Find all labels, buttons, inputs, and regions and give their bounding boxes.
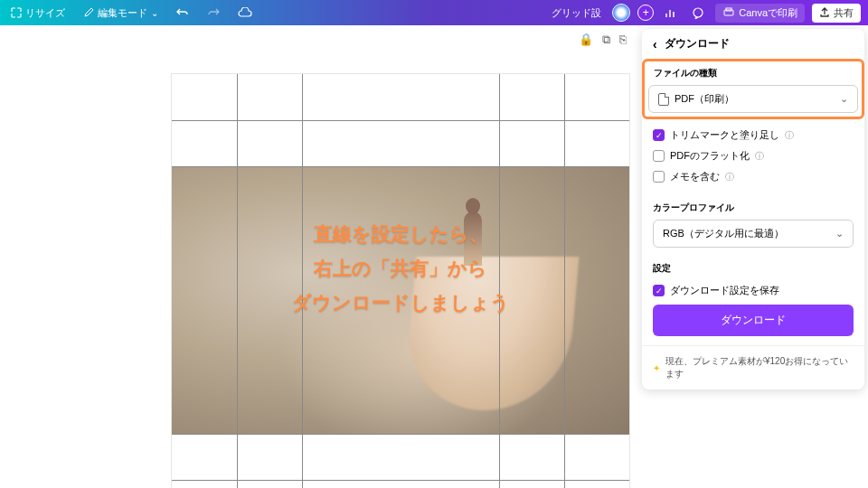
print-button[interactable]: Canvaで印刷 — [715, 4, 805, 23]
undo-button[interactable] — [173, 5, 193, 21]
info-icon[interactable]: ⓘ — [755, 150, 764, 163]
top-toolbar: リサイズ 編集モード グリッド設 + Canvaで印刷 — [0, 0, 868, 25]
overlay-text-3: ダウンロードしましょう — [292, 287, 510, 318]
grid-line — [499, 74, 500, 488]
redo-icon — [207, 6, 220, 19]
file-type-value: PDF（印刷） — [675, 92, 734, 106]
document-icon — [658, 93, 669, 106]
file-type-select[interactable]: PDF（印刷） ⌄ — [648, 85, 858, 113]
color-profile-label: カラープロファイル — [653, 202, 854, 214]
trim-marks-label: トリムマークと塗り足し — [670, 128, 779, 142]
premium-note: ✦ 現在、プレミアム素材が¥120お得になっています — [642, 345, 864, 389]
checkbox-icon — [653, 150, 665, 162]
color-profile-section: カラープロファイル RGB（デジタル用に最適） ⌄ — [642, 196, 864, 257]
comment-icon — [692, 6, 704, 19]
chevron-down-icon: ⌄ — [835, 228, 844, 239]
info-icon[interactable]: ⓘ — [725, 171, 734, 183]
checkbox-icon — [653, 171, 665, 183]
premium-note-text: 現在、プレミアム素材が¥120お得になっています — [665, 355, 854, 380]
overlay-text-2: 右上の「共有」から — [314, 253, 487, 284]
avatar[interactable] — [612, 4, 630, 22]
share-label: 共有 — [834, 6, 854, 20]
chart-icon — [665, 6, 677, 19]
panel-header: ‹ ダウンロード — [642, 29, 864, 59]
grid-line — [237, 74, 238, 488]
grid-line — [302, 74, 303, 488]
trim-marks-row[interactable]: ✓ トリムマークと塗り足し ⓘ — [653, 125, 854, 145]
resize-label: リサイズ — [25, 6, 65, 20]
canvas-tools: 🔒 ⧉ ⎘ — [579, 33, 627, 47]
include-notes-row[interactable]: メモを含む ⓘ — [653, 166, 854, 187]
download-button[interactable]: ダウンロード — [653, 305, 854, 336]
pencil-icon — [83, 7, 94, 18]
chevron-down-icon — [151, 7, 158, 18]
flatten-pdf-label: PDFのフラット化 — [670, 149, 750, 163]
comment-button[interactable] — [688, 5, 708, 21]
file-type-label: ファイルの種類 — [648, 65, 858, 80]
info-icon[interactable]: ⓘ — [785, 129, 794, 142]
resize-button[interactable]: リサイズ — [7, 5, 69, 22]
checkbox-checked-icon: ✓ — [653, 129, 665, 141]
print-icon — [722, 7, 735, 18]
cloud-icon — [238, 7, 252, 18]
back-button[interactable]: ‹ — [653, 37, 657, 52]
grid-button[interactable]: グリッド設 — [548, 5, 605, 22]
flatten-pdf-row[interactable]: PDFのフラット化 ⓘ — [653, 145, 854, 166]
color-profile-value: RGB（デジタル用に最適） — [663, 227, 784, 240]
download-panel: ‹ ダウンロード ファイルの種類 PDF（印刷） ⌄ ✓ トリムマークと塗り足し… — [642, 29, 864, 389]
panel-title: ダウンロード — [665, 36, 730, 52]
cloud-button[interactable] — [234, 5, 256, 20]
print-label: Canvaで印刷 — [739, 6, 797, 20]
add-button[interactable]: + — [637, 5, 654, 21]
lock-icon[interactable]: 🔒 — [579, 33, 593, 47]
duplicate-icon[interactable]: ⎘ — [619, 33, 627, 47]
chevron-down-icon: ⌄ — [840, 93, 848, 105]
grid-line — [564, 74, 565, 488]
settings-label: 設定 — [653, 262, 854, 275]
options-section: ✓ トリムマークと塗り足し ⓘ PDFのフラット化 ⓘ メモを含む ⓘ — [642, 119, 864, 196]
edit-mode-label: 編集モード — [98, 6, 147, 20]
edit-mode-button[interactable]: 編集モード — [80, 5, 162, 22]
settings-section: 設定 ✓ ダウンロード設定を保存 ダウンロード — [642, 257, 864, 345]
analytics-button[interactable] — [661, 5, 681, 21]
grid-line — [172, 480, 629, 481]
grid-line — [172, 120, 629, 121]
grid-label: グリッド設 — [552, 6, 601, 20]
share-icon — [819, 7, 830, 18]
artboard[interactable]: 直線を設定したら、 右上の「共有」から ダウンロードしましょう — [172, 74, 629, 488]
sparkle-icon: ✦ — [653, 363, 660, 373]
grid-line — [172, 434, 629, 435]
resize-icon — [11, 7, 22, 18]
save-settings-label: ダウンロード設定を保存 — [670, 284, 779, 297]
save-settings-row[interactable]: ✓ ダウンロード設定を保存 — [653, 280, 854, 301]
redo-button[interactable] — [203, 5, 223, 21]
color-profile-select[interactable]: RGB（デジタル用に最適） ⌄ — [653, 220, 854, 248]
file-type-section: ファイルの種類 PDF（印刷） ⌄ — [642, 59, 864, 119]
overlay-text-1: 直線を設定したら、 — [314, 219, 488, 249]
copy-icon[interactable]: ⧉ — [602, 33, 610, 47]
grid-line — [172, 166, 629, 167]
include-notes-label: メモを含む — [670, 170, 720, 183]
share-button[interactable]: 共有 — [812, 4, 861, 23]
svg-point-0 — [693, 8, 703, 17]
undo-icon — [176, 6, 189, 19]
checkbox-checked-icon: ✓ — [653, 285, 665, 296]
